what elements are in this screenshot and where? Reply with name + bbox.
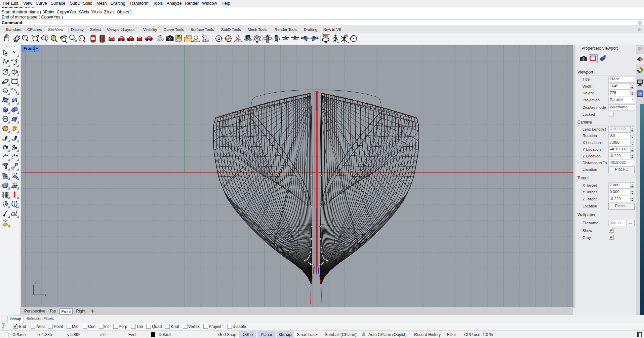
- svg-text:x: x: [45, 293, 47, 297]
- svg-text:360°: 360°: [322, 33, 330, 37]
- svg-text:?: ?: [639, 92, 641, 96]
- svg-text:z: z: [35, 280, 37, 285]
- svg-text:2: 2: [202, 34, 204, 38]
- svg-text:1:1: 1:1: [80, 37, 84, 40]
